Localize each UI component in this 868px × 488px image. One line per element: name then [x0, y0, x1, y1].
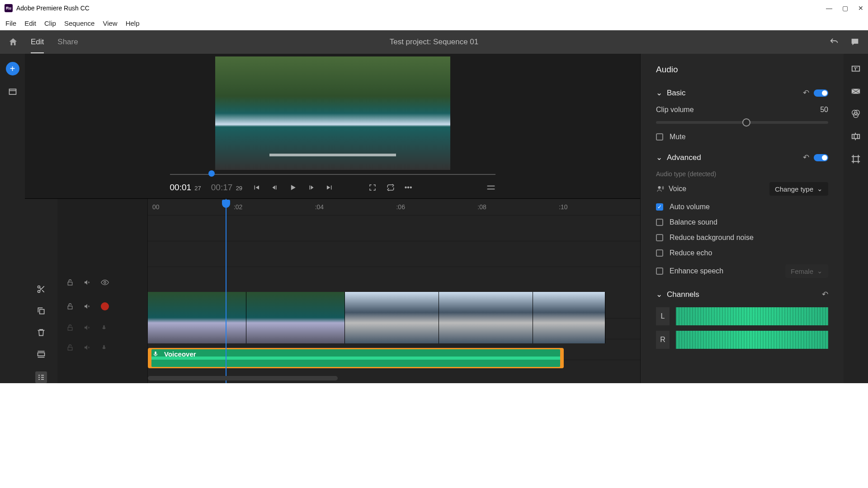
- mute-track-icon[interactable]: [84, 303, 91, 310]
- chevron-down-icon[interactable]: ⌄: [656, 290, 662, 299]
- speed-icon[interactable]: [851, 131, 861, 141]
- lock-icon[interactable]: [66, 344, 74, 351]
- video-track-clips[interactable]: [148, 292, 640, 343]
- project-panel-icon[interactable]: [8, 87, 17, 96]
- svg-point-2: [38, 291, 40, 293]
- fullscreen-icon[interactable]: [368, 183, 377, 192]
- step-forward-icon[interactable]: [307, 183, 316, 192]
- advanced-toggle[interactable]: [814, 154, 828, 161]
- track-headers: [57, 199, 148, 383]
- menu-bar: File Edit Clip Sequence View Help: [0, 16, 868, 30]
- timeline-options-icon[interactable]: [486, 184, 495, 191]
- window-titlebar: Ru Adobe Premiere Rush CC — ▢ ✕: [0, 0, 868, 16]
- right-tool-strip: [844, 54, 868, 383]
- advanced-section-label: Advanced: [667, 153, 701, 162]
- lock-icon[interactable]: [66, 303, 74, 310]
- mute-track-icon[interactable]: [84, 344, 91, 351]
- mute-label: Mute: [670, 133, 686, 141]
- close-button[interactable]: ✕: [858, 5, 863, 12]
- channel-right-row[interactable]: R: [656, 331, 828, 349]
- video-preview[interactable]: [215, 56, 450, 170]
- duplicate-icon[interactable]: [37, 306, 46, 315]
- menu-help[interactable]: Help: [126, 19, 140, 27]
- lock-icon[interactable]: [66, 324, 74, 331]
- menu-sequence[interactable]: Sequence: [64, 19, 95, 27]
- visibility-icon[interactable]: [101, 278, 109, 286]
- menu-file[interactable]: File: [5, 19, 16, 27]
- change-type-button[interactable]: Change type ⌄: [769, 182, 828, 196]
- video-clip[interactable]: [246, 292, 345, 343]
- reset-advanced-icon[interactable]: ↶: [803, 153, 809, 162]
- channel-left-row[interactable]: L: [656, 307, 828, 325]
- video-clip[interactable]: [439, 292, 533, 343]
- expand-tracks-icon[interactable]: [37, 350, 46, 359]
- voiceover-clip[interactable]: Voiceover: [148, 348, 564, 368]
- channel-right-waveform: [676, 331, 828, 349]
- go-end-icon[interactable]: [326, 183, 334, 192]
- mic-icon[interactable]: [101, 344, 107, 351]
- timeline-scrollbar[interactable]: [148, 376, 338, 380]
- transport-bar: 00:01 27 00:17 29 •••: [170, 177, 495, 198]
- basic-toggle[interactable]: [814, 89, 828, 97]
- ruler-tick: :06: [396, 203, 477, 211]
- menu-clip[interactable]: Clip: [44, 19, 56, 27]
- chevron-down-icon: ⌄: [817, 185, 823, 193]
- reduce-echo-checkbox[interactable]: [656, 249, 663, 257]
- svg-rect-5: [68, 282, 72, 285]
- ruler-tick: 00: [152, 203, 234, 211]
- balance-sound-checkbox[interactable]: [656, 219, 663, 226]
- preview-scrubber[interactable]: [170, 172, 495, 176]
- scrubber-handle[interactable]: [208, 170, 215, 177]
- menu-view[interactable]: View: [103, 19, 117, 27]
- video-clip[interactable]: [345, 292, 439, 343]
- delete-icon[interactable]: [37, 328, 46, 337]
- comment-icon[interactable]: [850, 37, 860, 47]
- reset-channels-icon[interactable]: ↶: [822, 290, 828, 299]
- more-icon[interactable]: •••: [405, 183, 412, 192]
- playhead[interactable]: [226, 199, 226, 383]
- channel-left-waveform: [676, 307, 828, 325]
- transitions-icon[interactable]: [851, 86, 861, 96]
- maximize-button[interactable]: ▢: [842, 5, 848, 12]
- enhance-speech-checkbox[interactable]: [656, 267, 663, 275]
- video-clip[interactable]: [148, 292, 246, 343]
- menu-edit[interactable]: Edit: [24, 19, 36, 27]
- lock-icon[interactable]: [66, 279, 74, 286]
- tab-edit[interactable]: Edit: [31, 38, 44, 47]
- timeline-canvas[interactable]: 00 :02 :04 :06 :08 :10: [148, 199, 640, 383]
- track-list-icon[interactable]: [35, 371, 47, 383]
- chevron-down-icon[interactable]: ⌄: [656, 153, 662, 162]
- app-bar: Edit Share Test project: Sequence 01: [0, 30, 868, 54]
- timeline-block: 00 :02 :04 :06 :08 :10: [25, 198, 640, 383]
- chevron-down-icon[interactable]: ⌄: [656, 88, 662, 98]
- basic-section-label: Basic: [667, 89, 686, 98]
- clip-volume-label: Clip volume: [656, 106, 694, 114]
- step-back-icon[interactable]: [270, 183, 278, 192]
- mic-icon[interactable]: [101, 324, 107, 331]
- mute-track-icon[interactable]: [84, 324, 91, 331]
- tab-share[interactable]: Share: [57, 38, 78, 47]
- enhance-speech-select[interactable]: Female⌄: [785, 264, 828, 278]
- auto-volume-checkbox[interactable]: [656, 203, 663, 211]
- video-clip[interactable]: [533, 292, 605, 343]
- svg-point-6: [104, 281, 106, 283]
- minimize-button[interactable]: —: [826, 5, 832, 12]
- undo-icon[interactable]: [829, 37, 839, 47]
- mute-checkbox[interactable]: [656, 133, 663, 141]
- loop-icon[interactable]: [387, 183, 395, 192]
- transform-icon[interactable]: [851, 154, 861, 164]
- titles-icon[interactable]: [851, 64, 861, 74]
- voice-icon: [656, 185, 664, 193]
- record-button[interactable]: [101, 302, 109, 310]
- color-icon[interactable]: [851, 109, 861, 119]
- home-icon[interactable]: [8, 37, 18, 47]
- reduce-bg-checkbox[interactable]: [656, 234, 663, 241]
- play-icon[interactable]: [288, 183, 297, 192]
- clip-volume-slider[interactable]: [656, 121, 828, 124]
- mute-track-icon[interactable]: [84, 279, 91, 286]
- go-start-icon[interactable]: [252, 183, 260, 192]
- add-media-button[interactable]: +: [6, 62, 19, 75]
- voiceover-mic-icon: [152, 351, 159, 357]
- reset-basic-icon[interactable]: ↶: [803, 88, 809, 98]
- scissors-icon[interactable]: [37, 285, 46, 294]
